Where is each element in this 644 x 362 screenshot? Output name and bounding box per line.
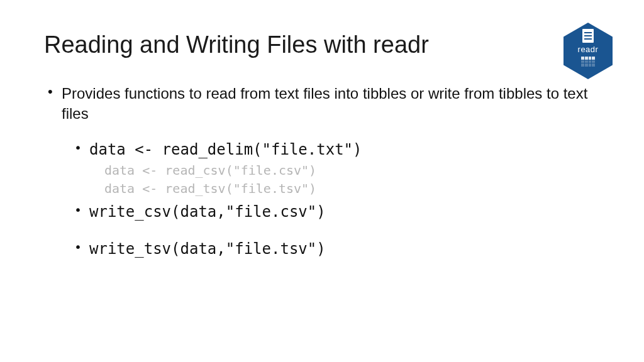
readr-hex-logo: readr <box>564 23 613 79</box>
code-read-tsv: data <- read_tsv("file.tsv") <box>89 180 600 198</box>
document-icon <box>582 29 594 43</box>
bullet-list: Provides functions to read from text fil… <box>44 84 600 261</box>
slide-body: Reading and Writing Files with readr Pro… <box>0 0 644 304</box>
tibble-icon <box>581 57 595 67</box>
intro-text: Provides functions to read from text fil… <box>62 85 587 122</box>
logo-label: readr <box>578 45 599 54</box>
code-read-delim: data <- read_delim("file.txt") <box>89 138 600 162</box>
code-write-tsv: write_tsv(data,"file.tsv") <box>89 238 600 261</box>
code-sublist: data <- read_csv("file.csv") data <- rea… <box>89 162 600 198</box>
code-list: data <- read_delim("file.txt") data <- r… <box>62 138 600 261</box>
intro-bullet: Provides functions to read from text fil… <box>62 84 600 261</box>
code-read-csv: data <- read_csv("file.csv") <box>89 162 600 180</box>
code-write-csv: write_csv(data,"file.csv") <box>89 200 600 224</box>
slide-title: Reading and Writing Files with readr <box>44 31 600 58</box>
